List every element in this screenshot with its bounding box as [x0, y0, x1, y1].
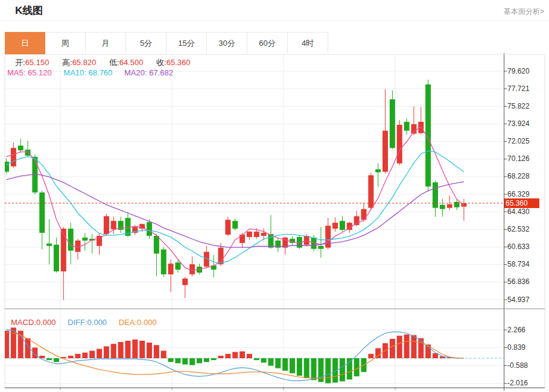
- tab-1[interactable]: 周: [45, 32, 86, 54]
- open-quote: 开:65.150: [15, 58, 49, 67]
- diff-legend: DIFF:0.000: [68, 318, 107, 327]
- price-tick-5: 70.126: [507, 154, 530, 163]
- price-tick-9: 62.532: [507, 225, 530, 234]
- price-tick-7: 66.329: [507, 190, 530, 199]
- price-tick-6: 68.228: [507, 172, 530, 181]
- tab-5[interactable]: 30分: [207, 32, 247, 54]
- tab-3[interactable]: 5分: [126, 32, 167, 54]
- tab-7[interactable]: 4时: [288, 32, 328, 54]
- high-quote: 高:65.820: [62, 58, 96, 67]
- price-tick-1: 77.721: [507, 84, 530, 93]
- macd-tick-1: 0.839: [507, 343, 525, 352]
- price-tick-12: 56.836: [507, 277, 530, 286]
- macd-tick-0: 2.266: [507, 326, 525, 335]
- ma-legend-bar: MA5: 65.120 MA10: 68.760 MA20: 67.682: [7, 68, 183, 77]
- ohlc-quote-bar: 开:65.150 高:65.820 低:64.500 收:65.360: [15, 57, 201, 68]
- price-tick-11: 58.734: [507, 260, 530, 269]
- close-quote: 收:65.360: [156, 58, 190, 67]
- tab-6[interactable]: 60分: [247, 32, 288, 54]
- period-tab-bar: 日周月5分15分30分60分4时: [5, 32, 544, 55]
- fundamental-analysis-link[interactable]: 基本面分析>: [504, 7, 544, 17]
- ma10-legend: MA10: 68.760: [63, 68, 112, 77]
- macd-tick-2: -0.588: [507, 361, 528, 370]
- price-tick-0: 79.620: [507, 67, 530, 76]
- ma20-legend: MA20: 67.682: [124, 68, 173, 77]
- dea-legend: DEA:0.000: [119, 318, 157, 327]
- page-title: K线图: [15, 4, 43, 17]
- current-price-tag: 65.360: [504, 198, 539, 208]
- tab-4[interactable]: 15分: [167, 32, 207, 54]
- price-tick-2: 75.822: [507, 102, 530, 111]
- ma5-legend: MA5: 65.120: [7, 68, 52, 77]
- tab-0[interactable]: 日: [5, 32, 45, 54]
- macd-legend-bar: MACD:0.000 DIFF:0.000 DEA:0.000: [11, 318, 167, 327]
- tab-2[interactable]: 月: [86, 32, 126, 54]
- price-tick-8: 64.430: [507, 207, 530, 217]
- price-tick-4: 72.025: [507, 137, 530, 146]
- price-tick-3: 73.924: [507, 119, 530, 128]
- header-divider: [0, 20, 549, 21]
- low-quote: 低:64.500: [109, 58, 143, 67]
- price-tick-13: 54.937: [507, 296, 530, 305]
- price-tick-10: 60.633: [507, 242, 530, 251]
- macd-legend: MACD:0.000: [11, 318, 56, 327]
- macd-tick-3: -2.016: [507, 379, 528, 388]
